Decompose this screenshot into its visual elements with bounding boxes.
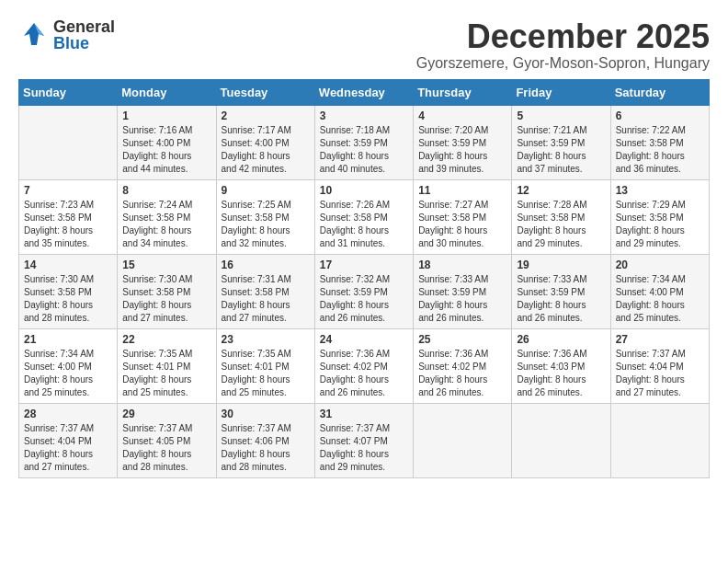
cell-content: Sunrise: 7:37 AM Sunset: 4:04 PM Dayligh…	[24, 422, 112, 474]
calendar-cell: 7Sunrise: 7:23 AM Sunset: 3:58 PM Daylig…	[19, 179, 118, 254]
cell-content: Sunrise: 7:29 AM Sunset: 3:58 PM Dayligh…	[616, 199, 704, 250]
calendar-week-5: 28Sunrise: 7:37 AM Sunset: 4:04 PM Dayli…	[19, 403, 710, 477]
calendar-cell: 26Sunrise: 7:36 AM Sunset: 4:03 PM Dayli…	[512, 328, 610, 403]
cell-content: Sunrise: 7:36 AM Sunset: 4:03 PM Dayligh…	[517, 348, 605, 399]
calendar-cell: 6Sunrise: 7:22 AM Sunset: 3:58 PM Daylig…	[610, 105, 709, 179]
calendar-body: 1Sunrise: 7:16 AM Sunset: 4:00 PM Daylig…	[19, 105, 710, 477]
calendar-cell: 31Sunrise: 7:37 AM Sunset: 4:07 PM Dayli…	[314, 403, 413, 477]
day-number: 15	[122, 259, 210, 271]
day-number: 30	[222, 408, 310, 420]
cell-content: Sunrise: 7:32 AM Sunset: 3:59 PM Dayligh…	[320, 273, 408, 325]
cell-content: Sunrise: 7:35 AM Sunset: 4:01 PM Dayligh…	[122, 348, 210, 399]
day-number: 9	[222, 184, 310, 197]
logo-blue-text: Blue	[53, 35, 115, 52]
cell-content: Sunrise: 7:26 AM Sunset: 3:58 PM Dayligh…	[320, 199, 408, 250]
day-number: 1	[122, 109, 210, 122]
day-number: 21	[24, 333, 112, 346]
calendar-cell: 17Sunrise: 7:32 AM Sunset: 3:59 PM Dayli…	[314, 254, 413, 328]
day-header-saturday: Saturday	[610, 79, 709, 105]
cell-content: Sunrise: 7:33 AM Sunset: 3:59 PM Dayligh…	[418, 273, 506, 325]
day-number: 26	[517, 333, 605, 346]
calendar-cell: 12Sunrise: 7:28 AM Sunset: 3:58 PM Dayli…	[512, 179, 610, 254]
calendar-cell: 8Sunrise: 7:24 AM Sunset: 3:58 PM Daylig…	[118, 179, 216, 254]
cell-content: Sunrise: 7:37 AM Sunset: 4:05 PM Dayligh…	[122, 422, 210, 474]
calendar-cell: 20Sunrise: 7:34 AM Sunset: 4:00 PM Dayli…	[610, 254, 709, 328]
calendar-cell: 25Sunrise: 7:36 AM Sunset: 4:02 PM Dayli…	[414, 328, 512, 403]
day-header-wednesday: Wednesday	[314, 79, 413, 105]
calendar-cell: 3Sunrise: 7:18 AM Sunset: 3:59 PM Daylig…	[314, 105, 413, 179]
cell-content: Sunrise: 7:28 AM Sunset: 3:58 PM Dayligh…	[517, 199, 605, 250]
calendar-cell	[512, 403, 610, 477]
cell-content: Sunrise: 7:24 AM Sunset: 3:58 PM Dayligh…	[122, 199, 210, 250]
calendar-cell: 15Sunrise: 7:30 AM Sunset: 3:58 PM Dayli…	[118, 254, 216, 328]
cell-content: Sunrise: 7:30 AM Sunset: 3:58 PM Dayligh…	[24, 273, 112, 325]
day-number: 29	[122, 408, 210, 420]
cell-content: Sunrise: 7:37 AM Sunset: 4:04 PM Dayligh…	[616, 348, 704, 399]
day-number: 8	[122, 184, 210, 197]
calendar-cell: 18Sunrise: 7:33 AM Sunset: 3:59 PM Dayli…	[414, 254, 512, 328]
cell-content: Sunrise: 7:34 AM Sunset: 4:00 PM Dayligh…	[24, 348, 112, 399]
day-number: 19	[517, 259, 605, 271]
cell-content: Sunrise: 7:33 AM Sunset: 3:59 PM Dayligh…	[517, 273, 605, 325]
cell-content: Sunrise: 7:22 AM Sunset: 3:58 PM Dayligh…	[616, 124, 704, 176]
calendar-cell: 23Sunrise: 7:35 AM Sunset: 4:01 PM Dayli…	[216, 328, 314, 403]
cell-content: Sunrise: 7:21 AM Sunset: 3:59 PM Dayligh…	[517, 124, 605, 176]
calendar-cell: 1Sunrise: 7:16 AM Sunset: 4:00 PM Daylig…	[118, 105, 216, 179]
cell-content: Sunrise: 7:25 AM Sunset: 3:58 PM Dayligh…	[222, 199, 310, 250]
day-number: 11	[418, 184, 506, 197]
calendar-cell: 4Sunrise: 7:20 AM Sunset: 3:59 PM Daylig…	[414, 105, 512, 179]
calendar-cell: 14Sunrise: 7:30 AM Sunset: 3:58 PM Dayli…	[19, 254, 118, 328]
cell-content: Sunrise: 7:35 AM Sunset: 4:01 PM Dayligh…	[222, 348, 310, 399]
month-title: December 2025	[416, 18, 710, 55]
cell-content: Sunrise: 7:36 AM Sunset: 4:02 PM Dayligh…	[320, 348, 408, 399]
calendar-header: SundayMondayTuesdayWednesdayThursdayFrid…	[19, 79, 710, 105]
day-number: 12	[517, 184, 605, 197]
cell-content: Sunrise: 7:20 AM Sunset: 3:59 PM Dayligh…	[418, 124, 506, 176]
calendar-cell	[610, 403, 709, 477]
day-number: 31	[320, 408, 408, 420]
logo-name: General Blue	[53, 18, 115, 52]
logo-general-text: General	[53, 18, 115, 35]
day-number: 7	[24, 184, 112, 197]
day-number: 17	[320, 259, 408, 271]
calendar-cell: 19Sunrise: 7:33 AM Sunset: 3:59 PM Dayli…	[512, 254, 610, 328]
calendar-cell: 22Sunrise: 7:35 AM Sunset: 4:01 PM Dayli…	[118, 328, 216, 403]
cell-content: Sunrise: 7:37 AM Sunset: 4:06 PM Dayligh…	[222, 422, 310, 474]
calendar-week-2: 7Sunrise: 7:23 AM Sunset: 3:58 PM Daylig…	[19, 179, 710, 254]
location: Gyorszemere, Gyor-Moson-Sopron, Hungary	[416, 55, 710, 72]
day-number: 20	[616, 259, 704, 271]
calendar-cell	[414, 403, 512, 477]
day-header-tuesday: Tuesday	[216, 79, 314, 105]
day-number: 4	[418, 109, 506, 122]
calendar-cell: 11Sunrise: 7:27 AM Sunset: 3:58 PM Dayli…	[414, 179, 512, 254]
day-number: 13	[616, 184, 704, 197]
days-header-row: SundayMondayTuesdayWednesdayThursdayFrid…	[19, 79, 710, 105]
calendar-cell: 10Sunrise: 7:26 AM Sunset: 3:58 PM Dayli…	[314, 179, 413, 254]
day-number: 18	[418, 259, 506, 271]
cell-content: Sunrise: 7:23 AM Sunset: 3:58 PM Dayligh…	[24, 199, 112, 250]
day-header-friday: Friday	[512, 79, 610, 105]
calendar-cell: 28Sunrise: 7:37 AM Sunset: 4:04 PM Dayli…	[19, 403, 118, 477]
calendar-table: SundayMondayTuesdayWednesdayThursdayFrid…	[18, 79, 710, 478]
cell-content: Sunrise: 7:31 AM Sunset: 3:58 PM Dayligh…	[222, 273, 310, 325]
day-number: 3	[320, 109, 408, 122]
cell-content: Sunrise: 7:37 AM Sunset: 4:07 PM Dayligh…	[320, 422, 408, 474]
day-number: 25	[418, 333, 506, 346]
day-number: 23	[222, 333, 310, 346]
cell-content: Sunrise: 7:16 AM Sunset: 4:00 PM Dayligh…	[122, 124, 210, 176]
calendar-cell: 13Sunrise: 7:29 AM Sunset: 3:58 PM Dayli…	[610, 179, 709, 254]
title-area: December 2025 Gyorszemere, Gyor-Moson-So…	[416, 18, 710, 72]
calendar-week-3: 14Sunrise: 7:30 AM Sunset: 3:58 PM Dayli…	[19, 254, 710, 328]
calendar-week-1: 1Sunrise: 7:16 AM Sunset: 4:00 PM Daylig…	[19, 105, 710, 179]
cell-content: Sunrise: 7:17 AM Sunset: 4:00 PM Dayligh…	[222, 124, 310, 176]
calendar-cell: 21Sunrise: 7:34 AM Sunset: 4:00 PM Dayli…	[19, 328, 118, 403]
day-header-thursday: Thursday	[414, 79, 512, 105]
logo-bird-icon	[18, 19, 50, 51]
cell-content: Sunrise: 7:18 AM Sunset: 3:59 PM Dayligh…	[320, 124, 408, 176]
calendar-cell	[19, 105, 118, 179]
calendar-cell: 16Sunrise: 7:31 AM Sunset: 3:58 PM Dayli…	[216, 254, 314, 328]
calendar-cell: 29Sunrise: 7:37 AM Sunset: 4:05 PM Dayli…	[118, 403, 216, 477]
cell-content: Sunrise: 7:27 AM Sunset: 3:58 PM Dayligh…	[418, 199, 506, 250]
calendar-week-4: 21Sunrise: 7:34 AM Sunset: 4:00 PM Dayli…	[19, 328, 710, 403]
day-header-sunday: Sunday	[19, 79, 118, 105]
